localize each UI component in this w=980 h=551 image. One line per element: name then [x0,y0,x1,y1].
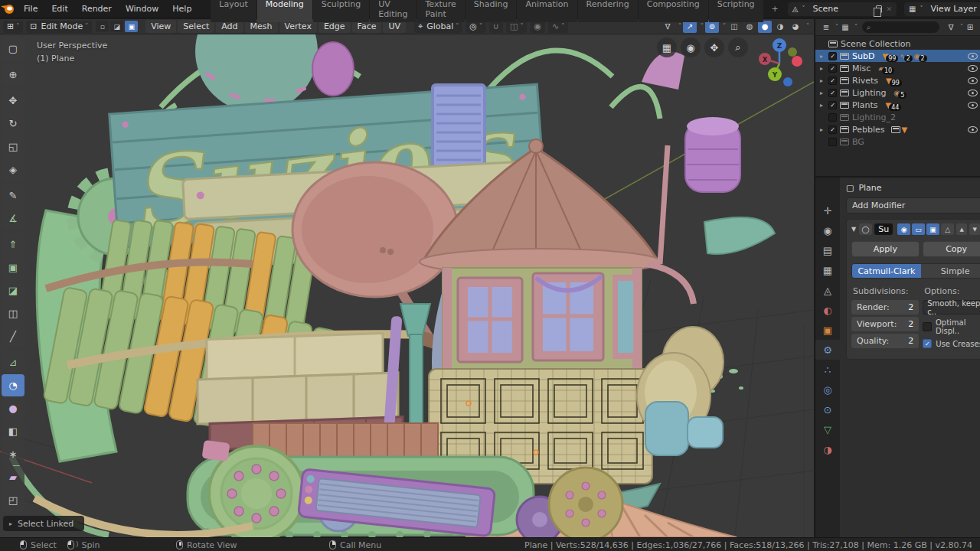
properties-tab-tool[interactable]: ✛ [815,201,840,220]
tool-move[interactable]: ✥ [2,90,24,112]
viewport-menu-mesh[interactable]: Mesh [245,20,278,33]
tool-spin[interactable]: ◔ [2,374,24,396]
snap-target-dropdown[interactable]: ◫˅ [506,21,527,33]
expand-icon[interactable]: ▸ [820,65,828,72]
outliner-search-input[interactable]: ⌕ [862,21,939,33]
shading-rendered-icon[interactable]: ◕ [789,21,802,33]
tool-rip-region[interactable]: ◰ [2,489,24,511]
display-mode-icon[interactable]: ▦ [838,21,852,34]
simple-button[interactable]: Simple [921,264,980,278]
shading-solid-icon[interactable]: ● [758,21,772,33]
new-collection-icon[interactable]: ⊞ [963,21,977,34]
tool-transform[interactable]: ◈ [2,158,24,181]
shading-material-icon[interactable]: ◑ [773,21,787,33]
optimal-display-checkbox[interactable]: Optimal Displ.. [923,318,980,335]
outliner-row-plants[interactable]: ▸✓Plants▼44 [815,99,980,111]
expand-icon[interactable]: ▸ [820,102,828,109]
expand-icon[interactable]: ▸ [820,53,828,60]
tool-edge-slide[interactable]: ◧ [2,420,24,442]
blender-logo-icon[interactable] [0,3,15,15]
apply-button[interactable]: Apply [851,241,920,257]
properties-tab-output[interactable]: ▤ [815,240,840,260]
outliner-row-subd[interactable]: ▸✓SubD▼99∿2◉2 [815,50,980,62]
menu-edit[interactable]: Edit [44,1,74,17]
menu-help[interactable]: Help [165,1,198,17]
scene-selector[interactable]: ◬ ˅ Scene ✕ [788,2,897,16]
tab-layout[interactable]: Layout [211,0,256,22]
editor-outliner-icon[interactable]: ≣ [819,21,833,34]
display-render-toggle[interactable]: ◉ [897,223,910,235]
viewport-menu-uv[interactable]: UV [383,20,406,33]
tool-poly-build[interactable]: ⊿ [2,351,24,373]
mode-dropdown[interactable]: ⊡ Edit Mode ˅ [26,21,92,33]
expand-icon[interactable]: ▼ [851,226,856,233]
viewport-subdiv-field[interactable]: Viewport: 2 [851,317,919,331]
orientation-dropdown[interactable]: ⌖ Global ˅ [414,21,462,33]
viewport-menu-add[interactable]: Add [216,20,243,33]
operator-panel[interactable]: ▸ Select Linked [3,516,84,531]
visibility-filter-icon[interactable]: ∇ [661,21,675,33]
properties-tab-object[interactable]: ▣ [815,320,840,340]
expand-icon[interactable]: ▸ [820,90,828,96]
view-layer-name[interactable]: View Layer [926,4,980,14]
shading-rendered-chevron[interactable]: ˅ [806,23,809,30]
show-overlays-icon[interactable]: ⊚ [705,21,719,33]
tab-uv-editing[interactable]: UV Editing [370,0,416,22]
collection-checkbox[interactable] [828,113,837,122]
display-realtime-toggle[interactable]: ▭ [912,223,925,235]
properties-tab-render[interactable]: ◉ [815,220,840,240]
outliner-row-bg[interactable]: BG [815,135,980,148]
menu-file[interactable]: File [17,1,44,17]
tab-shading[interactable]: Shading [466,0,517,22]
tab-scripting[interactable]: Scripting [709,0,763,22]
tool-cursor[interactable]: ⊕ [2,64,24,86]
outliner-row-lighting-2[interactable]: Lighting_2 [815,111,980,123]
viewport-menu-vertex[interactable]: Vertex [279,20,317,33]
properties-tab-modifiers[interactable]: ⚙ [815,340,840,360]
properties-tab-object-data[interactable]: ▽ [815,419,840,439]
viewport-canvas[interactable]: Suzie's [0,34,814,537]
uv-smooth-dropdown[interactable]: Smooth, keep c.. ˅ [923,300,980,315]
expand-icon[interactable]: ▸ [820,77,828,84]
tab-texture-paint[interactable]: Texture Paint [417,0,465,22]
outliner-row-misc[interactable]: ▸✓Misc▰10 [815,62,980,74]
tool-inset-faces[interactable]: ▣ [2,256,24,279]
visibility-eye-icon[interactable] [968,65,978,72]
tool-select-box[interactable]: ▢ [2,37,24,60]
viewport-menu-face[interactable]: Face [352,20,382,33]
properties-tab-material[interactable]: ◑ [815,439,840,459]
properties-tab-view-layer[interactable]: ▦ [815,260,840,280]
add-workspace-button[interactable]: + [766,1,785,17]
properties-tab-physics[interactable]: ◎ [815,380,840,399]
menu-window[interactable]: Window [119,1,165,17]
visibility-eye-icon[interactable] [968,53,978,60]
filter-icon[interactable]: ∇ [944,21,958,34]
move-down-icon[interactable]: ▼ [969,223,980,235]
copy-button[interactable]: Copy [923,241,980,257]
scene-name[interactable]: Scene [808,4,874,14]
collection-checkbox[interactable]: ✓ [828,77,837,85]
collection-checkbox[interactable]: ✓ [828,52,837,60]
move-up-icon[interactable]: ▲ [956,223,967,235]
outliner-row-rivets[interactable]: ▸✓Rivets▼99 [815,74,980,86]
tool-scale[interactable]: ◱ [2,135,24,158]
collection-checkbox[interactable]: ✓ [828,101,837,109]
display-cage-toggle[interactable]: △ [941,223,954,235]
properties-tab-world[interactable]: ◐ [815,300,840,320]
zoom-view-button[interactable]: ⌕ [728,37,748,57]
visibility-eye-icon[interactable] [968,126,978,133]
tool-shear[interactable]: ▰ [2,466,24,488]
tool-shrink-fatten[interactable]: ∗ [2,443,24,465]
expand-icon[interactable]: ▸ [820,126,828,133]
viewport-menu-select[interactable]: Select [178,20,214,33]
visibility-filter-chevron[interactable]: ˅ [678,23,681,30]
modifier-name-field[interactable]: Su [874,223,893,235]
tool-bevel[interactable]: ◪ [2,279,24,302]
viewport-menu-edge[interactable]: Edge [318,20,351,33]
camera-view-button[interactable]: ◉ [681,37,701,57]
falloff-dropdown[interactable]: ∿˅ [548,21,568,33]
properties-tab-particles[interactable]: ∴ [815,360,840,380]
show-gizmo-chevron[interactable]: ˅ [701,23,704,30]
properties-tab-constraints[interactable]: ⊙ [815,399,840,419]
tool-knife[interactable]: ╱ [2,325,24,347]
